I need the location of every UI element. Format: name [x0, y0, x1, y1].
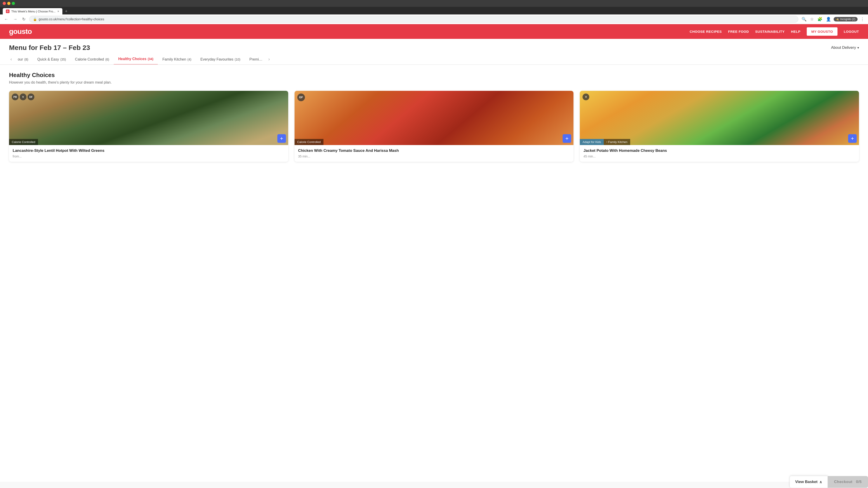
recipe-title: Chicken With Creamy Tomato Sauce And Har…	[298, 148, 570, 153]
recipe-badges: PB V DF	[12, 94, 34, 100]
about-delivery-label: About Delivery	[831, 45, 856, 50]
nav-sustainability[interactable]: SUSTAINABILITY	[755, 30, 784, 33]
url-bar[interactable]: 🔒 gousto.co.uk/menu?collection=healthy-c…	[29, 16, 798, 23]
recipe-meta: 35 min...	[298, 155, 570, 158]
checkout-button[interactable]: Checkout 0/5	[828, 476, 868, 482]
add-recipe-button[interactable]: +	[277, 134, 286, 143]
bottom-bar: View Basket ∧ Checkout 0/5	[789, 476, 868, 482]
recipe-meta: from...	[13, 155, 285, 158]
recipe-meta: 45 min...	[583, 155, 855, 158]
bookmark-icon[interactable]: ☆	[809, 16, 815, 23]
tab-everyday-favourites[interactable]: Everyday Favourites (10)	[196, 54, 245, 65]
search-icon[interactable]: 🔍	[801, 16, 807, 23]
about-delivery-chevron: ▾	[857, 46, 859, 50]
active-tab[interactable]: G This Week's Menu | Choose Fro... ×	[3, 8, 62, 14]
recipe-info: Jacket Potato With Homemade Cheesy Beans…	[580, 145, 859, 162]
tab-title: This Week's Menu | Choose Fro...	[11, 10, 56, 13]
tab-scroll-left[interactable]: ‹	[9, 57, 13, 62]
menu-title: Menu for Feb 17 – Feb 23	[9, 44, 90, 52]
tab-quick-easy[interactable]: Quick & Easy (35)	[33, 54, 70, 65]
tab-everyday-favourites-label: Everyday Favourites	[200, 57, 233, 61]
tab-calorie-controlled-count: (6)	[105, 58, 109, 61]
forward-button[interactable]: →	[12, 17, 19, 22]
tab-our-count: (8)	[24, 58, 28, 61]
recipe-info: Lancashire-Style Lentil Hotpot With Wilt…	[9, 145, 288, 162]
incognito-badge: 🕵 Incognito (2)	[834, 17, 858, 22]
browser-menu-icon[interactable]: ⋮	[860, 16, 865, 23]
page-content: Menu for Feb 17 – Feb 23 About Delivery …	[0, 39, 868, 482]
tab-healthy-choices-label: Healthy Choices	[118, 57, 146, 61]
category-tags: Adapt for Kids •Family Kitchen	[580, 139, 630, 145]
recipe-title: Lancashire-Style Lentil Hotpot With Wilt…	[13, 148, 285, 153]
section-description: However you do health, there's plenty fo…	[9, 80, 859, 85]
tab-quick-easy-label: Quick & Easy	[37, 57, 59, 61]
recipe-category-label: Calorie Controlled	[294, 139, 323, 145]
badge-gf: GF	[297, 94, 305, 101]
toolbar-icons: 🔍 ☆ 🧩 👤 🕵 Incognito (2) ⋮	[801, 16, 865, 23]
recipe-image: V Adapt for Kids •Family Kitchen +	[580, 91, 859, 145]
tab-family-kitchen[interactable]: Family Kitchen (4)	[158, 54, 196, 65]
profile-icon[interactable]: 👤	[825, 16, 832, 23]
back-button[interactable]: ←	[3, 17, 9, 22]
tab-scroll-right[interactable]: ›	[267, 57, 271, 62]
adapt-for-kids-tag: Adapt for Kids	[580, 139, 604, 145]
tab-premium-label: Premi…	[249, 57, 262, 61]
recipe-info: Chicken With Creamy Tomato Sauce And Har…	[294, 145, 574, 162]
main-nav: CHOOSE RECIPES FREE FOOD SUSTAINABILITY …	[690, 27, 859, 36]
add-recipe-button[interactable]: +	[848, 134, 857, 143]
tab-our[interactable]: our (8)	[13, 54, 33, 65]
tab-our-label: our	[18, 57, 23, 61]
extensions-icon[interactable]: 🧩	[816, 16, 823, 23]
recipe-badges: GF	[297, 94, 305, 101]
badge-v: V	[583, 94, 589, 100]
site-header: gousto CHOOSE RECIPES FREE FOOD SUSTAINA…	[0, 24, 868, 39]
nav-choose-recipes[interactable]: CHOOSE RECIPES	[690, 30, 722, 33]
nav-free-food[interactable]: FREE FOOD	[728, 30, 749, 33]
tab-calorie-controlled[interactable]: Calorie Controlled (6)	[70, 54, 114, 65]
section-header: Healthy Choices However you do health, t…	[0, 65, 868, 86]
view-basket-label: View Basket	[795, 480, 817, 482]
basket-chevron-icon: ∧	[819, 480, 822, 482]
recipe-title: Jacket Potato With Homemade Cheesy Beans	[583, 148, 855, 153]
logout-button[interactable]: LOGOUT	[844, 30, 859, 33]
recipe-grid: PB V DF Calorie Controlled + Lancashire-…	[0, 86, 868, 175]
logo[interactable]: gousto	[9, 27, 32, 36]
tab-bar: G This Week's Menu | Choose Fro... × +	[0, 7, 868, 14]
family-kitchen-tag: •Family Kitchen	[604, 139, 630, 145]
category-tabs: ‹ our (8) Quick & Easy (35) Calorie Cont…	[0, 54, 868, 65]
tab-healthy-choices[interactable]: Healthy Choices (34)	[114, 54, 158, 65]
new-tab-button[interactable]: +	[63, 8, 69, 14]
recipe-card: GF Calorie Controlled + Chicken With Cre…	[294, 91, 574, 162]
recipe-image: PB V DF Calorie Controlled +	[9, 91, 288, 145]
add-recipe-button[interactable]: +	[563, 134, 571, 143]
incognito-label: Incognito (2)	[840, 18, 855, 21]
section-title: Healthy Choices	[9, 72, 859, 78]
tab-premium[interactable]: Premi…	[245, 54, 267, 65]
nav-help[interactable]: HELP	[791, 30, 800, 33]
recipe-badges: V	[583, 94, 589, 100]
badge-df: DF	[28, 94, 34, 100]
tab-favicon: G	[6, 9, 9, 13]
browser-window-controls	[0, 0, 868, 7]
menu-header: Menu for Feb 17 – Feb 23 About Delivery …	[0, 39, 868, 54]
refresh-button[interactable]: ↻	[21, 16, 27, 22]
recipe-category-label: Calorie Controlled	[9, 139, 38, 145]
badge-pb: PB	[12, 94, 19, 100]
tab-calorie-controlled-label: Calorie Controlled	[75, 57, 104, 61]
tab-quick-easy-count: (35)	[60, 58, 66, 61]
tab-family-kitchen-label: Family Kitchen	[162, 57, 186, 61]
checkout-count: 0/5	[856, 480, 862, 482]
view-basket-button[interactable]: View Basket ∧	[789, 476, 828, 482]
about-delivery-button[interactable]: About Delivery ▾	[831, 45, 859, 50]
tab-close-button[interactable]: ×	[57, 9, 59, 13]
my-gousto-button[interactable]: MY GOUSTO	[807, 27, 837, 36]
badge-v: V	[20, 94, 26, 100]
url-text: gousto.co.uk/menu?collection=healthy-cho…	[39, 18, 104, 21]
tab-everyday-favourites-count: (10)	[235, 58, 240, 61]
recipe-card: V Adapt for Kids •Family Kitchen + Jacke…	[580, 91, 859, 162]
recipe-image: GF Calorie Controlled +	[294, 91, 574, 145]
tab-family-kitchen-count: (4)	[187, 58, 191, 61]
recipe-card: PB V DF Calorie Controlled + Lancashire-…	[9, 91, 288, 162]
checkout-label: Checkout	[834, 480, 852, 482]
address-bar-row: ← → ↻ 🔒 gousto.co.uk/menu?collection=hea…	[0, 14, 868, 24]
